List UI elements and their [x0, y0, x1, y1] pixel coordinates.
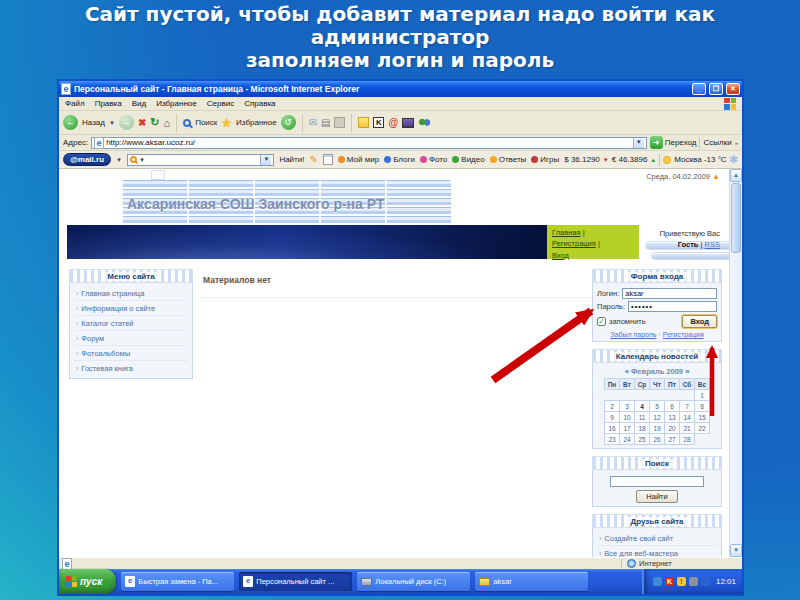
slide-title-line3: заполняем логин и пароль [0, 49, 800, 72]
sidebar-item-forum[interactable]: ›Форум [74, 331, 188, 346]
mailru-item-photo[interactable]: Фото [420, 155, 447, 164]
history-icon[interactable]: ↺ [281, 115, 296, 130]
weather[interactable]: Москва -13 °C [674, 155, 726, 164]
nav-home-link[interactable]: Главная [552, 228, 581, 237]
calendar-day: 25 [635, 434, 650, 445]
page-viewport: Среда, 04.02.2009 ▲ Аксаринская СОШ Заин… [59, 169, 742, 557]
tray-antivirus-icon[interactable]: K [665, 577, 674, 586]
favorites-star-icon[interactable]: ★ [221, 116, 232, 130]
mailru-item-moymir[interactable]: Мой мир [338, 155, 379, 164]
forgot-password-link[interactable]: Забыл пароль [610, 331, 656, 338]
notepad-icon[interactable] [323, 154, 333, 165]
notes-icon[interactable] [358, 117, 369, 128]
restore-button[interactable]: ❐ [709, 83, 723, 95]
minimize-button[interactable]: _ [692, 83, 706, 95]
mailru-search-dropdown-icon[interactable]: ▼ [139, 157, 145, 163]
sidebar-item-articles[interactable]: ›Каталог статей [74, 316, 188, 331]
status-bar: e Интернет [59, 557, 742, 569]
folder-icon [479, 578, 490, 586]
friends-link-webmaster[interactable]: ›Все для веб-мастера [597, 546, 717, 557]
menu-tools[interactable]: Сервис [207, 99, 234, 108]
mailru-search-history-icon[interactable]: ▼ [260, 155, 271, 165]
site-search-input[interactable] [610, 476, 704, 487]
messenger-people-icon[interactable] [418, 117, 431, 128]
close-button[interactable]: ✕ [726, 83, 740, 95]
status-zone: Интернет [621, 559, 739, 568]
taskbar-task-4[interactable]: aksar [475, 572, 588, 591]
favorites-label[interactable]: Избранное [236, 118, 277, 127]
menu-view[interactable]: Вид [132, 99, 146, 108]
site-search-button[interactable]: Найти [636, 490, 677, 503]
links-label[interactable]: Ссылки [703, 138, 731, 147]
back-icon[interactable]: ← [63, 115, 78, 130]
mailru-find-button[interactable]: Найти! [279, 155, 304, 164]
menu-bar: Файл Правка Вид Избранное Сервис Справка [59, 97, 742, 111]
refresh-icon[interactable]: ↻ [150, 116, 159, 129]
menu-help[interactable]: Справка [244, 99, 275, 108]
edit-icon[interactable] [334, 117, 345, 128]
password-label: Пароль: [597, 302, 625, 311]
menu-edit[interactable]: Правка [95, 99, 122, 108]
calendar-day: 7 [680, 401, 695, 412]
calendar-next-icon[interactable]: » [685, 367, 689, 376]
calendar-week: 16171819202122 [605, 423, 710, 434]
sidebar-item-guestbook[interactable]: ›Гостевая книга [74, 361, 188, 375]
scrollbar-thumb[interactable] [731, 183, 741, 253]
at-icon[interactable]: @ [388, 117, 398, 128]
taskbar-task-1[interactable]: e Быстрая замена - Па... [121, 572, 234, 591]
rss-link[interactable]: RSS [705, 240, 720, 249]
mailru-item-games[interactable]: Игры [531, 155, 559, 164]
friends-link-create-site[interactable]: ›Создайте свой сайт [597, 531, 717, 546]
mailru-item-answers[interactable]: Ответы [490, 155, 527, 164]
tray-user-icon[interactable] [653, 577, 662, 586]
sidebar-item-photos[interactable]: ›Фотоальбомы [74, 346, 188, 361]
nav-login-link[interactable]: Вход [552, 251, 569, 260]
links-chevron-icon[interactable]: » [735, 140, 738, 146]
back-label[interactable]: Назад [82, 118, 105, 127]
tray-display-icon[interactable] [701, 577, 710, 586]
login-input[interactable]: aksar [622, 288, 717, 299]
scroll-up-icon[interactable]: ▲ [730, 169, 742, 182]
no-materials-message: Материалов нет [201, 269, 631, 298]
search-icon[interactable] [183, 119, 191, 127]
compose-icon[interactable]: ✎ [309, 154, 317, 165]
tray-shield-icon[interactable]: ! [677, 577, 686, 586]
mail-icon[interactable]: ✉ [309, 117, 317, 128]
print-icon[interactable]: ▤ [321, 117, 330, 128]
mailru-item-blogs[interactable]: Блоги [384, 155, 415, 164]
menu-file[interactable]: Файл [65, 99, 85, 108]
vertical-scrollbar[interactable]: ▲ ▼ [729, 169, 742, 557]
nav-register-link[interactable]: Регистрация [552, 239, 596, 248]
media-icon[interactable] [402, 118, 414, 128]
kaspersky-icon[interactable]: K [373, 117, 384, 128]
video-icon [452, 156, 459, 163]
menu-favorites[interactable]: Избранное [156, 99, 197, 108]
tray-network-icon[interactable] [689, 577, 698, 586]
calendar-prev-icon[interactable]: « [625, 367, 629, 376]
home-icon[interactable]: ⌂ [163, 117, 170, 129]
back-dropdown-icon[interactable]: ▼ [109, 120, 115, 126]
collapse-icon[interactable]: ▲ [712, 172, 720, 181]
mailru-dropdown-icon[interactable]: ▼ [116, 157, 122, 163]
scroll-down-icon[interactable]: ▼ [730, 544, 742, 557]
taskbar-task-3[interactable]: Локальный диск (C:) [357, 572, 470, 591]
forward-icon[interactable]: → [119, 115, 134, 130]
stop-icon[interactable]: ✖ [138, 117, 146, 128]
address-dropdown-icon[interactable]: ▼ [633, 138, 644, 148]
mailru-search-input[interactable]: ▼ ▼ [127, 154, 274, 166]
taskbar-task-2-active[interactable]: e Персональный сайт ... [239, 572, 352, 591]
register-link[interactable]: Регистрация [663, 331, 704, 338]
calendar-week: 232425262728 [605, 434, 710, 445]
sidebar-item-main[interactable]: ›Главная страница [74, 286, 188, 301]
mailru-toolbar: @mail.ru ▼ ▼ ▼ Найти! ✎ Мой мир Блоги Фо… [59, 151, 742, 169]
sidebar-item-about[interactable]: ›Информация о сайте [74, 301, 188, 316]
start-button[interactable]: пуск [59, 569, 116, 594]
login-submit-button[interactable]: Вход [682, 315, 717, 328]
mailru-item-video[interactable]: Видео [452, 155, 484, 164]
remember-checkbox[interactable]: ✓ [597, 317, 606, 326]
mailru-logo[interactable]: @mail.ru [63, 153, 111, 166]
go-button[interactable]: ➜ Переход [650, 136, 697, 149]
address-input[interactable]: e http://www.aksar.ucoz.ru/ ▼ [91, 137, 647, 149]
password-input[interactable]: •••••• [628, 301, 717, 312]
search-label[interactable]: Поиск [195, 118, 217, 127]
